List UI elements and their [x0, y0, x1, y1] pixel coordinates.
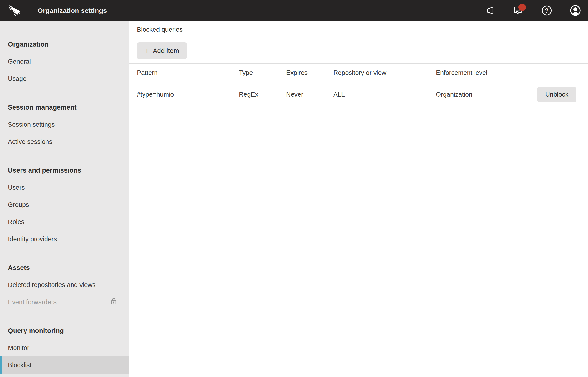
padlock-icon — [109, 297, 119, 308]
add-item-label: Add item — [153, 47, 179, 55]
settings-sidebar: Organization General Usage Session manag… — [0, 22, 129, 377]
blocklist-table-header: Pattern Type Expires Repository or view … — [129, 64, 588, 82]
sidebar-section-organization: Organization General Usage — [0, 36, 129, 87]
crowdstrike-falcon-logo[interactable] — [8, 3, 23, 18]
sidebar-section-users-and-permissions: Users and permissions Users Groups Roles… — [0, 162, 129, 248]
actions-row: + Add item — [129, 38, 588, 64]
sidebar-item-usage[interactable]: Usage — [0, 70, 129, 87]
question-circle-icon: ? — [541, 5, 552, 17]
sidebar-item-label: Users — [8, 184, 25, 191]
sidebar-item-label: Active sessions — [8, 138, 52, 146]
cell-pattern: #type=humio — [137, 91, 239, 98]
sidebar-item-label: Blocklist — [8, 362, 32, 369]
cell-expires: Never — [286, 91, 333, 98]
add-item-button[interactable]: + Add item — [137, 42, 187, 59]
blocklist-panel: Blocked queries + Add item Pattern Type … — [129, 22, 588, 377]
sidebar-item-label: Roles — [8, 218, 24, 226]
announcements-button[interactable] — [484, 5, 495, 16]
sidebar-header-users-and-permissions: Users and permissions — [0, 162, 129, 179]
messages-button[interactable] — [512, 5, 524, 16]
sidebar-item-groups[interactable]: Groups — [0, 196, 129, 213]
sidebar-item-roles[interactable]: Roles — [0, 213, 129, 231]
plus-icon: + — [145, 47, 149, 55]
cell-enforcement-level: Organization — [436, 91, 526, 98]
sidebar-item-monitor[interactable]: Monitor — [0, 339, 129, 356]
sidebar-header-query-monitoring: Query monitoring — [0, 322, 129, 339]
sidebar-item-active-sessions[interactable]: Active sessions — [0, 133, 129, 150]
sidebar-item-general[interactable]: General — [0, 53, 129, 70]
sidebar-header-session-management: Session management — [0, 99, 129, 116]
sidebar-item-label: Identity providers — [8, 236, 57, 243]
sidebar-item-blocklist[interactable]: Blocklist — [0, 356, 129, 374]
sidebar-item-label: General — [8, 58, 31, 65]
svg-text:?: ? — [545, 7, 549, 14]
sidebar-item-label: Event forwarders — [8, 298, 57, 306]
column-header-pattern: Pattern — [137, 69, 239, 77]
cell-repository-or-view: ALL — [333, 91, 436, 98]
sidebar-item-identity-providers[interactable]: Identity providers — [0, 231, 129, 248]
topbar: Organization settings — [0, 0, 588, 22]
column-header-type: Type — [239, 69, 286, 77]
topbar-icons: ? — [484, 5, 581, 16]
sidebar-header-organization: Organization — [0, 36, 129, 53]
column-header-enforcement-level: Enforcement level — [436, 69, 526, 77]
help-button[interactable]: ? — [541, 5, 553, 16]
sidebar-item-label: Deleted repositories and views — [8, 281, 96, 289]
sidebar-item-label: Monitor — [8, 344, 29, 352]
sidebar-section-session-management: Session management Session settings Acti… — [0, 99, 129, 150]
unblock-button[interactable]: Unblock — [537, 87, 576, 102]
unread-notification-dot — [518, 4, 526, 11]
column-header-expires: Expires — [286, 69, 333, 77]
sidebar-item-label: Groups — [8, 201, 29, 209]
cell-type: RegEx — [239, 91, 286, 98]
sidebar-item-event-forwarders[interactable]: Event forwarders — [0, 294, 129, 311]
sidebar-item-label: Session settings — [8, 121, 55, 128]
page-title: Organization settings — [38, 7, 107, 14]
sidebar-item-label: Usage — [8, 75, 26, 82]
table-row: #type=humio RegEx Never ALL Organization… — [129, 82, 588, 107]
column-header-repository-or-view: Repository or view — [333, 69, 436, 77]
sidebar-section-assets: Assets Deleted repositories and views Ev… — [0, 259, 129, 311]
sidebar-item-users[interactable]: Users — [0, 179, 129, 196]
sidebar-item-session-settings[interactable]: Session settings — [0, 116, 129, 133]
sidebar-header-assets: Assets — [0, 259, 129, 276]
sidebar-item-deleted-repositories-and-views[interactable]: Deleted repositories and views — [0, 276, 129, 294]
sidebar-section-query-monitoring: Query monitoring Monitor Blocklist — [0, 322, 129, 374]
section-title: Blocked queries — [129, 22, 588, 38]
user-circle-icon — [570, 5, 581, 17]
megaphone-icon — [484, 5, 495, 17]
account-button[interactable] — [570, 5, 581, 16]
